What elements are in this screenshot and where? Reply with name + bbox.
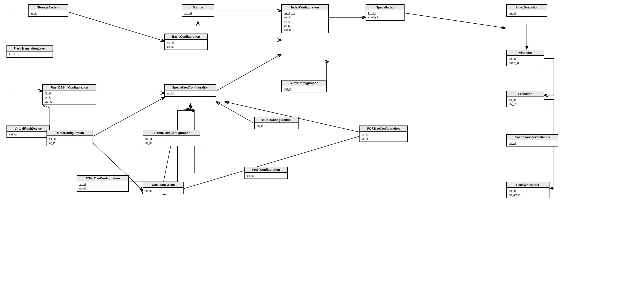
box-body-OccupancyRate: or_id <box>143 188 184 194</box>
box-body-eFINDConfiguration: sc_id <box>254 123 298 129</box>
box-header-FORTreeConfiguration: FORTreeConfiguration <box>360 126 407 132</box>
box-VirtualFlashDevice: VirtualFlashDevice vfd_id <box>6 126 50 138</box>
box-body-StorageSystem: ss_id <box>28 10 68 16</box>
box-body-VirtualFlashDevice: vfd_id <box>7 132 49 138</box>
field-config_id: config_id <box>284 11 326 15</box>
field-ftl_id-1: ftl_id <box>9 52 50 56</box>
box-header-HilbertRTreeConfiguration: HilbertRTreeConfiguration <box>143 130 200 136</box>
box-FASTConfiguration: FASTConfiguration sc_id <box>244 166 288 179</box>
field-sc_id-8: sc_id <box>247 174 285 178</box>
field-config_id-2: config_id <box>368 15 402 20</box>
box-SpatialIndex: SpatialIndex idx_id config_id <box>366 4 404 21</box>
box-header-ReadWriteOrder: ReadWriteOrder <box>507 182 549 188</box>
field-or_id-2: or_id <box>145 141 198 145</box>
box-header-FlashTranslationLayer: FlashTranslationLayer <box>7 46 52 52</box>
diagram-container: StorageSystem ss_id Source src_id IndexC… <box>0 0 644 293</box>
field-sc_id-4: sc_id <box>257 124 296 128</box>
box-body-PrintIndex: pe_id node_id <box>507 56 544 66</box>
box-header-SpecializedConfiguration: SpecializedConfiguration <box>165 85 216 90</box>
box-header-VirtualFlashDevice: VirtualFlashDevice <box>7 126 49 132</box>
box-StorageSystem: StorageSystem ss_id <box>28 4 68 17</box>
box-body-BasicConfiguration: bc_id ss_id <box>165 40 207 50</box>
field-bc_id-2: bc_id <box>167 40 205 44</box>
box-ReadWriteOrder: ReadWriteOrder pe_id rw_order <box>506 182 550 198</box>
box-FORTreeConfiguration: FORTreeConfiguration sc_id or_id <box>359 126 408 142</box>
field-pe_id-1: pe_id <box>509 11 545 15</box>
field-sc_id-7: sc_id <box>80 182 126 186</box>
field-rw_order: rw_order <box>509 193 547 197</box>
box-body-SpatialIndex: idx_id config_id <box>366 10 404 20</box>
box-body-FlashSimulatorStatistics: pe_id <box>507 140 558 146</box>
field-src_id-2: src_id <box>284 15 326 20</box>
box-IndexConfiguration: IndexConfiguration config_id src_id bc_i… <box>281 4 329 33</box>
box-header-FlashDBSimConfiguration: FlashDBSimConfiguration <box>42 85 96 90</box>
box-body-IndexConfiguration: config_id src_id bc_id sc_id buf_id <box>282 10 328 33</box>
field-vfd_id-2: vfd_id <box>9 132 47 136</box>
field-ftl_id-2: ftl_id <box>45 91 94 96</box>
field-pe_id-5: pe_id <box>509 189 547 193</box>
box-FlashDBSimConfiguration: FlashDBSimConfiguration ftl_id ss_id vfd… <box>42 84 96 105</box>
field-buf_id-1: buf_id <box>284 28 326 32</box>
box-header-Execution: Execution <box>507 91 544 97</box>
field-or_id-1: or_id <box>49 141 90 145</box>
field-node_id: node_id <box>509 61 542 65</box>
box-body-Execution: pe_id ldx_id <box>507 97 544 107</box>
box-HilbertRTreeConfiguration: HilbertRTreeConfiguration sc_id or_id <box>143 130 200 146</box>
box-body-BufferConfiguration: buf_id <box>282 86 326 92</box>
field-sc_id-1: sc_id <box>284 24 326 28</box>
field-sc_id-3: sc_id <box>49 137 90 141</box>
box-header-OccupancyRate: OccupancyRate <box>143 182 184 188</box>
field-or_id-5: or_id <box>145 189 181 193</box>
box-header-RTreeConfiguration: RTreeConfiguration <box>47 130 92 136</box>
box-RTreeConfiguration: RTreeConfiguration sc_id or_id <box>46 130 93 146</box>
box-header-eFINDConfiguration: eFINDConfiguration <box>254 117 298 123</box>
field-bc_id-1: bc_id <box>284 20 326 24</box>
box-body-RStarTreeConfiguration: sc_id or_id <box>77 181 128 191</box>
box-body-RTreeConfiguration: sc_id or_id <box>47 136 92 146</box>
box-PrintIndex: PrintIndex pe_id node_id <box>506 50 544 66</box>
field-src_id-1: src_id <box>184 11 212 15</box>
box-body-Source: src_id <box>182 10 214 16</box>
field-ldx_id: ldx_id <box>509 102 542 106</box>
field-pe_id-3: pe_id <box>509 98 542 102</box>
field-sc_id-2: sc_id <box>167 91 214 96</box>
box-header-IndexConfiguration: IndexConfiguration <box>282 5 328 10</box>
box-body-SpecializedConfiguration: sc_id <box>165 90 216 96</box>
box-body-FASTConfiguration: sc_id <box>245 173 287 178</box>
box-body-FlashDBSimConfiguration: ftl_id ss_id vfd_id <box>42 90 96 104</box>
box-body-ReadWriteOrder: pe_id rw_order <box>507 188 549 198</box>
box-FlashTranslationLayer: FlashTranslationLayer ftl_id <box>6 46 53 58</box>
box-header-PrintIndex: PrintIndex <box>507 50 544 56</box>
box-body-IndexSnapshot: pe_id <box>507 10 547 16</box>
box-header-FlashSimulatorStatistics: FlashSimulatorStatistics <box>507 134 558 140</box>
box-header-SpatialIndex: SpatialIndex <box>366 5 404 10</box>
field-vfd_id-1: vfd_id <box>45 100 94 104</box>
field-buf_id-2: buf_id <box>284 87 324 91</box>
arrows-svg <box>0 0 644 293</box>
box-header-BufferConfiguration: BufferConfiguration <box>282 80 326 86</box>
box-header-Source: Source <box>182 5 214 10</box>
box-header-RStarTreeConfiguration: RStarTreeConfiguration <box>77 176 128 181</box>
field-ss_id-1: ss_id <box>31 11 66 15</box>
box-body-FORTreeConfiguration: sc_id or_id <box>360 132 407 142</box>
box-IndexSnapshot: IndexSnapshot pe_id <box>506 4 547 17</box>
box-FlashSimulatorStatistics: FlashSimulatorStatistics pe_id <box>506 134 558 146</box>
field-sc_id-5: sc_id <box>145 137 198 141</box>
field-ss_id-2: ss_id <box>167 44 205 49</box>
field-pe_id-2: pe_id <box>509 57 542 61</box>
box-OccupancyRate: OccupancyRate or_id <box>143 182 184 194</box>
box-Source: Source src_id <box>182 4 214 17</box>
box-header-IndexSnapshot: IndexSnapshot <box>507 5 547 10</box>
box-eFINDConfiguration: eFINDConfiguration sc_id <box>254 117 298 129</box>
field-or_id-4: or_id <box>80 186 126 190</box>
box-RStarTreeConfiguration: RStarTreeConfiguration sc_id or_id <box>77 175 129 192</box>
box-BufferConfiguration: BufferConfiguration buf_id <box>281 80 327 92</box>
box-Execution: Execution pe_id ldx_id <box>506 91 544 107</box>
box-header-StorageSystem: StorageSystem <box>28 5 68 10</box>
field-sc_id-6: sc_id <box>362 132 405 136</box>
box-header-FASTConfiguration: FASTConfiguration <box>245 167 287 173</box>
field-ss_id-3: ss_id <box>45 96 94 100</box>
field-or_id-3: or_id <box>362 136 405 141</box>
box-body-HilbertRTreeConfiguration: sc_id or_id <box>143 136 200 146</box>
box-header-BasicConfiguration: BasicConfiguration <box>165 34 207 40</box>
